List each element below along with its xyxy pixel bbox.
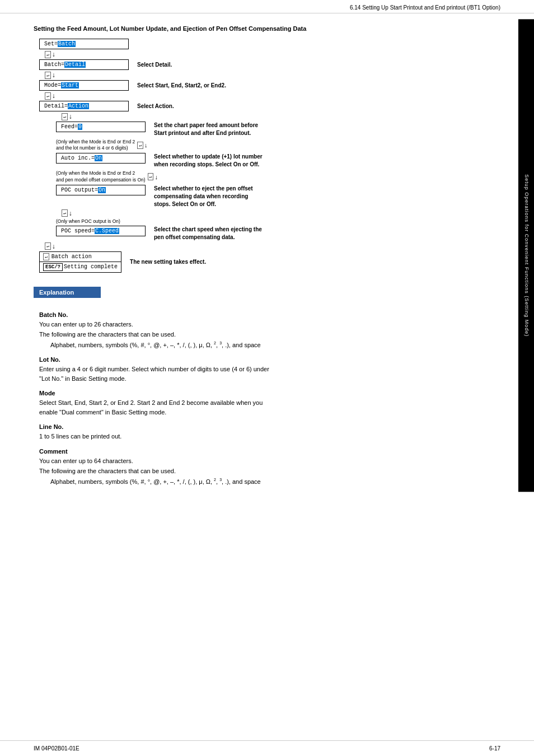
poc-speed-note: Select the chart speed when ejecting the… xyxy=(154,226,262,241)
comment-text-2: The following are the characters that ca… xyxy=(39,466,507,476)
auto-inc-condition-row: (Only when the Mode is End or End 2and t… xyxy=(56,139,507,151)
set-batch-box: Set=Batch xyxy=(39,39,129,49)
header-text: 6.14 Setting Up Start Printout and End p… xyxy=(350,4,500,11)
top-header: 6.14 Setting Up Start Printout and End p… xyxy=(0,0,534,13)
arrow-6: ↵ ↓ xyxy=(45,242,507,250)
batch-detail-row: Batch=Detail Select Detail. xyxy=(39,59,507,70)
arrow-4: ↵ ↓ xyxy=(62,113,507,120)
batch-no-text-2: The following are the characters that ca… xyxy=(39,330,507,339)
poc-output-condition-row: (Only when the Mode is End or End 2and p… xyxy=(56,170,507,183)
lot-no-title: Lot No. xyxy=(39,356,507,363)
final-boxes: ↵ Batch action ESC/? Setting complete xyxy=(39,251,121,273)
section-title: Setting the Feed Amount, Lot Number Upda… xyxy=(34,25,507,33)
batch-detail-note: Select Detail. xyxy=(137,61,172,69)
batch-no-text-1: You can enter up to 26 characters. xyxy=(39,320,507,329)
mode-start-box: Mode=Start xyxy=(39,80,129,91)
mode-section: Mode Select Start, End, Start 2, or End … xyxy=(39,390,507,417)
arrow-1: ↵ ↓ xyxy=(45,50,507,58)
mode-text: Select Start, End, Start 2, or End 2. St… xyxy=(39,398,507,417)
batch-no-title: Batch No. xyxy=(39,311,507,318)
footer: IM 04P02B01-01E 6-17 xyxy=(0,740,534,756)
right-sidebar: Setup Operations for Convenient Function… xyxy=(518,19,534,492)
footer-left: IM 04P02B01-01E xyxy=(34,745,79,752)
line-no-section: Line No. 1 to 5 lines can be printed out… xyxy=(39,423,507,441)
diagram-area: Set=Batch ↵ ↓ Batch=Detail Select Detail… xyxy=(39,39,507,272)
setting-complete-box: ESC/? Setting complete xyxy=(39,262,121,273)
comment-title: Comment xyxy=(39,448,507,455)
mode-start-row: Mode=Start Select Start, End, Start2, or… xyxy=(39,80,507,91)
poc-output-row: POC output=On Select whether to eject th… xyxy=(56,185,507,208)
poc-output-note: Select whether to eject the pen offsetco… xyxy=(154,185,253,208)
poc-output-box: POC output=On xyxy=(56,185,146,195)
lot-no-section: Lot No. Enter using a 4 or 6 digit numbe… xyxy=(39,356,507,383)
footer-right: 6-17 xyxy=(489,745,500,752)
detail-action-box: Detail=Action xyxy=(39,101,129,111)
poc-output-condition: (Only when the Mode is End or End 2and p… xyxy=(56,170,146,183)
line-no-title: Line No. xyxy=(39,423,507,430)
detail-action-row: Detail=Action Select Action. xyxy=(39,101,507,111)
explanation-section: Explanation Batch No. You can enter up t… xyxy=(34,287,507,487)
auto-inc-condition: (Only when the Mode is End or End 2and t… xyxy=(56,139,135,151)
auto-inc-note: Select whether to update (+1) lot number… xyxy=(154,153,263,169)
batch-no-text-3: Alphabet, numbers, symbols (%, #, °, @, … xyxy=(39,340,507,350)
poc-speed-row: POC speed=C.Speed Select the chart speed… xyxy=(56,226,507,241)
feed-box: Feed=0 xyxy=(56,122,146,132)
comment-section: Comment You can enter up to 64 character… xyxy=(39,448,507,487)
mode-start-note: Select Start, End, Start2, or End2. xyxy=(137,82,226,90)
poc-speed-condition-row: (Only when POC output is On) xyxy=(56,218,507,225)
batch-action-note: The new setting takes effect. xyxy=(130,258,206,266)
detail-action-note: Select Action. xyxy=(137,102,174,110)
explanation-body: Batch No. You can enter up to 26 charact… xyxy=(34,311,507,487)
sub-flow: ↵ ↓ Feed=0 Set the chart paper feed amou… xyxy=(56,113,507,241)
mode-title: Mode xyxy=(39,390,507,396)
batch-action-row: ↵ Batch action ESC/? Setting complete Th… xyxy=(39,251,507,273)
batch-action-box: ↵ Batch action xyxy=(39,251,121,262)
lot-no-text: Enter using a 4 or 6 digit number. Selec… xyxy=(39,365,507,383)
line-no-text: 1 to 5 lines can be printed out. xyxy=(39,432,507,441)
auto-inc-box: Auto inc.=On xyxy=(56,153,146,164)
comment-text-1: You can enter up to 64 characters. xyxy=(39,456,507,466)
auto-inc-row: Auto inc.=On Select whether to update (+… xyxy=(56,153,507,169)
explanation-header: Explanation xyxy=(34,287,101,298)
comment-text-3: Alphabet, numbers, symbols (%, #, °, @, … xyxy=(39,477,507,487)
batch-detail-box: Batch=Detail xyxy=(39,59,129,70)
arrow-3: ↵ ↓ xyxy=(45,92,507,100)
batch-no-section: Batch No. You can enter up to 26 charact… xyxy=(39,311,507,350)
arrow-2: ↵ ↓ xyxy=(45,71,507,79)
feed-note: Set the chart paper feed amount beforeSt… xyxy=(154,122,258,137)
feed-row: Feed=0 Set the chart paper feed amount b… xyxy=(56,122,507,137)
set-batch-row: Set=Batch xyxy=(39,39,507,49)
poc-speed-box: POC speed=C.Speed xyxy=(56,226,146,236)
arrow-5: ↵ ↓ xyxy=(62,209,507,217)
poc-speed-condition: (Only when POC output is On) xyxy=(56,218,120,225)
